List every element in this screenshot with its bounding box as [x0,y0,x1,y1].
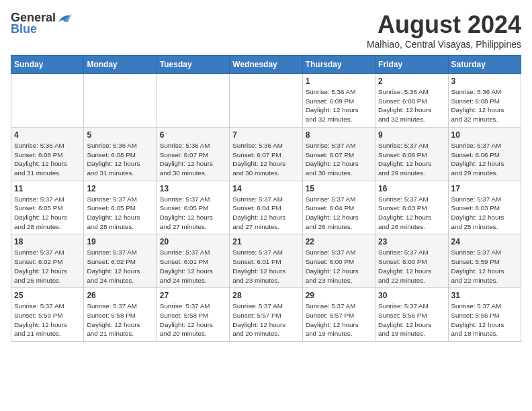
calendar-cell: 9Sunrise: 5:37 AMSunset: 6:06 PMDaylight… [375,127,448,181]
day-info: Sunrise: 5:36 AMSunset: 6:08 PMDaylight:… [87,141,153,178]
day-number: 24 [451,237,518,246]
calendar-cell: 8Sunrise: 5:37 AMSunset: 6:07 PMDaylight… [302,127,375,181]
calendar-cell: 10Sunrise: 5:37 AMSunset: 6:06 PMDayligh… [448,127,521,181]
calendar-cell: 20Sunrise: 5:37 AMSunset: 6:01 PMDayligh… [157,234,229,288]
calendar-cell: 1Sunrise: 5:36 AMSunset: 6:09 PMDaylight… [302,74,375,128]
day-info: Sunrise: 5:37 AMSunset: 6:06 PMDaylight:… [378,141,445,178]
weekday-header-saturday: Saturday [448,56,521,74]
calendar-cell: 18Sunrise: 5:37 AMSunset: 6:02 PMDayligh… [11,234,84,288]
day-number: 8 [306,130,372,140]
calendar-cell [84,74,157,128]
day-number: 15 [306,184,372,193]
day-number: 27 [160,291,226,300]
calendar-table: SundayMondayTuesdayWednesdayThursdayFrid… [11,55,521,342]
day-number: 19 [87,237,153,246]
calendar-cell: 19Sunrise: 5:37 AMSunset: 6:02 PMDayligh… [84,234,157,288]
day-number: 3 [451,77,518,86]
day-info: Sunrise: 5:36 AMSunset: 6:09 PMDaylight:… [306,87,372,124]
calendar-cell [230,74,302,128]
day-info: Sunrise: 5:36 AMSunset: 6:07 PMDaylight:… [232,141,299,178]
weekday-header-wednesday: Wednesday [230,56,302,74]
day-number: 20 [160,237,226,246]
day-info: Sunrise: 5:37 AMSunset: 6:02 PMDaylight:… [14,248,81,285]
day-info: Sunrise: 5:37 AMSunset: 6:05 PMDaylight:… [160,195,226,232]
day-number: 10 [451,130,518,140]
calendar-cell: 21Sunrise: 5:37 AMSunset: 6:01 PMDayligh… [230,234,302,288]
day-number: 1 [306,77,372,86]
location: Malhiao, Central Visayas, Philippines [367,39,521,50]
calendar-cell: 4Sunrise: 5:36 AMSunset: 6:08 PMDaylight… [11,127,84,181]
logo-blue-text: Blue [11,22,72,36]
day-number: 7 [232,130,299,140]
day-info: Sunrise: 5:37 AMSunset: 6:01 PMDaylight:… [160,248,226,285]
day-info: Sunrise: 5:37 AMSunset: 5:56 PMDaylight:… [451,302,518,338]
weekday-header-row: SundayMondayTuesdayWednesdayThursdayFrid… [11,56,521,74]
calendar-week-row: 25Sunrise: 5:37 AMSunset: 5:59 PMDayligh… [11,288,521,342]
day-info: Sunrise: 5:37 AMSunset: 6:03 PMDaylight:… [378,195,445,232]
month-year: August 2024 [367,11,521,39]
day-info: Sunrise: 5:37 AMSunset: 5:56 PMDaylight:… [378,302,445,338]
day-number: 12 [87,184,153,193]
calendar-week-row: 18Sunrise: 5:37 AMSunset: 6:02 PMDayligh… [11,234,521,288]
day-info: Sunrise: 5:37 AMSunset: 5:57 PMDaylight:… [306,302,372,338]
calendar-cell: 7Sunrise: 5:36 AMSunset: 6:07 PMDaylight… [230,127,302,181]
calendar-cell [157,74,229,128]
weekday-header-thursday: Thursday [302,56,375,74]
logo: General Blue [11,11,72,36]
day-number: 9 [378,130,445,140]
day-number: 11 [14,184,81,193]
calendar-week-row: 4Sunrise: 5:36 AMSunset: 6:08 PMDaylight… [11,127,521,181]
day-info: Sunrise: 5:37 AMSunset: 6:07 PMDaylight:… [306,141,372,178]
calendar-cell: 26Sunrise: 5:37 AMSunset: 5:58 PMDayligh… [84,288,157,342]
calendar-cell: 13Sunrise: 5:37 AMSunset: 6:05 PMDayligh… [157,181,229,234]
day-info: Sunrise: 5:37 AMSunset: 6:01 PMDaylight:… [232,248,299,285]
weekday-header-monday: Monday [84,56,157,74]
calendar-cell: 12Sunrise: 5:37 AMSunset: 6:05 PMDayligh… [84,181,157,234]
day-info: Sunrise: 5:37 AMSunset: 6:06 PMDaylight:… [451,141,518,178]
calendar-week-row: 1Sunrise: 5:36 AMSunset: 6:09 PMDaylight… [11,74,521,128]
day-info: Sunrise: 5:36 AMSunset: 6:08 PMDaylight:… [451,87,518,124]
calendar-cell: 29Sunrise: 5:37 AMSunset: 5:57 PMDayligh… [302,288,375,342]
day-number: 6 [160,130,226,140]
calendar-cell: 31Sunrise: 5:37 AMSunset: 5:56 PMDayligh… [448,288,521,342]
calendar-cell: 15Sunrise: 5:37 AMSunset: 6:04 PMDayligh… [302,181,375,234]
page-header: General Blue August 2024 Malhiao, Centra… [11,11,521,50]
calendar-week-row: 11Sunrise: 5:37 AMSunset: 6:05 PMDayligh… [11,181,521,234]
calendar-cell: 25Sunrise: 5:37 AMSunset: 5:59 PMDayligh… [11,288,84,342]
day-info: Sunrise: 5:37 AMSunset: 6:04 PMDaylight:… [306,195,372,232]
day-number: 29 [306,291,372,300]
calendar-cell: 14Sunrise: 5:37 AMSunset: 6:04 PMDayligh… [230,181,302,234]
calendar-cell: 23Sunrise: 5:37 AMSunset: 6:00 PMDayligh… [375,234,448,288]
day-number: 26 [87,291,153,300]
weekday-header-tuesday: Tuesday [157,56,229,74]
calendar-cell: 27Sunrise: 5:37 AMSunset: 5:58 PMDayligh… [157,288,229,342]
day-info: Sunrise: 5:37 AMSunset: 6:05 PMDaylight:… [14,195,81,232]
day-info: Sunrise: 5:36 AMSunset: 6:08 PMDaylight:… [14,141,81,178]
day-number: 25 [14,291,81,300]
calendar-cell: 30Sunrise: 5:37 AMSunset: 5:56 PMDayligh… [375,288,448,342]
day-number: 16 [378,184,445,193]
day-number: 28 [232,291,299,300]
day-number: 23 [378,237,445,246]
day-number: 21 [232,237,299,246]
day-number: 4 [14,130,81,140]
day-info: Sunrise: 5:37 AMSunset: 5:58 PMDaylight:… [160,302,226,338]
day-number: 18 [14,237,81,246]
calendar-cell: 24Sunrise: 5:37 AMSunset: 5:59 PMDayligh… [448,234,521,288]
title-section: August 2024 Malhiao, Central Visayas, Ph… [367,11,521,50]
day-number: 14 [232,184,299,193]
calendar-cell: 6Sunrise: 5:36 AMSunset: 6:07 PMDaylight… [157,127,229,181]
day-info: Sunrise: 5:37 AMSunset: 5:58 PMDaylight:… [87,302,153,338]
day-number: 22 [306,237,372,246]
calendar-cell: 2Sunrise: 5:36 AMSunset: 6:08 PMDaylight… [375,74,448,128]
calendar-cell: 11Sunrise: 5:37 AMSunset: 6:05 PMDayligh… [11,181,84,234]
day-info: Sunrise: 5:37 AMSunset: 5:59 PMDaylight:… [14,302,81,338]
weekday-header-sunday: Sunday [11,56,84,74]
day-number: 17 [451,184,518,193]
day-number: 13 [160,184,226,193]
day-number: 30 [378,291,445,300]
weekday-header-friday: Friday [375,56,448,74]
calendar-cell: 16Sunrise: 5:37 AMSunset: 6:03 PMDayligh… [375,181,448,234]
calendar-cell: 17Sunrise: 5:37 AMSunset: 6:03 PMDayligh… [448,181,521,234]
day-info: Sunrise: 5:37 AMSunset: 6:00 PMDaylight:… [306,248,372,285]
